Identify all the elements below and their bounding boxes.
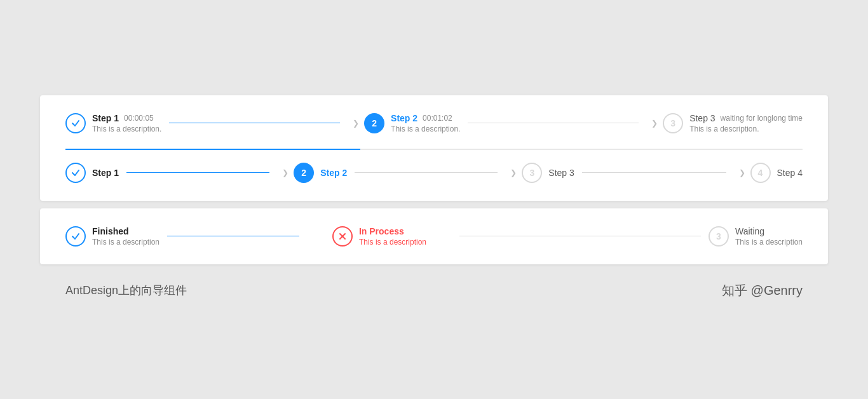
footer: AntDesign上的向导组件 知乎 @Genrry <box>40 277 828 304</box>
step-1-text: Step 1 00:00:05 This is a description. <box>92 113 161 133</box>
step-r2-2-item: 2 Step 2 <box>294 163 505 183</box>
progress-track <box>65 149 803 150</box>
step-1-time: 00:00:05 <box>124 114 154 123</box>
step-r2-2-icon: 2 <box>294 163 314 183</box>
step-2-title: Step 2 <box>391 113 417 123</box>
step-3-content: 3 Step 3 waiting for longlong time This … <box>663 113 803 133</box>
steps-row-3: Finished This is a description In Proces… <box>65 226 803 247</box>
card-2: Finished This is a description In Proces… <box>40 208 828 264</box>
step-2-item: 2 Step 2 00:01:02 This is a description. <box>364 113 646 133</box>
step-2-icon: 2 <box>364 113 384 133</box>
step-r2-2-content: 2 Step 2 <box>294 163 347 183</box>
step-3-title: Step 3 <box>689 113 715 123</box>
step-c2-1-content: Finished This is a description <box>65 226 159 247</box>
connector-r2-1-2 <box>126 172 269 173</box>
step-1-desc: This is a description. <box>92 125 161 133</box>
connector-1-2 <box>169 123 340 123</box>
step-2-content: 2 Step 2 00:01:02 This is a description. <box>364 113 460 133</box>
steps-row-1: Step 1 00:00:05 This is a description. ❯… <box>65 113 803 133</box>
step-3-text: Step 3 waiting for longlong time This is… <box>689 113 803 133</box>
step-2-time: 00:01:02 <box>423 114 452 123</box>
steps-row-2: Step 1 ❯ 2 Step 2 ❯ 3 Step 3 ❯ 4 <box>65 163 803 183</box>
arrow-r2-1: ❯ <box>282 168 288 177</box>
step-c2-3-desc: This is a description <box>735 238 803 247</box>
step-r2-3-content: 3 Step 3 <box>522 163 574 183</box>
step-2-desc: This is a description. <box>391 125 460 133</box>
step-2-title-line: Step 2 00:01:02 <box>391 113 460 123</box>
step-r2-3-item: 3 Step 3 <box>522 163 733 183</box>
step-r2-3-title: Step 3 <box>548 168 574 178</box>
step-r2-4-title: Step 4 <box>777 168 803 178</box>
step-3-icon: 3 <box>663 113 683 133</box>
step-3-time: waiting for longlong time <box>721 114 803 123</box>
step-c2-3-item: 3 Waiting This is a description <box>709 226 803 247</box>
step-c2-2-content: In Process This is a description <box>332 226 426 247</box>
step-r2-3-icon: 3 <box>522 163 542 183</box>
step-r2-1-item: Step 1 <box>65 163 277 183</box>
step-1-title-line: Step 1 00:00:05 <box>92 113 161 123</box>
step-c2-2-item: In Process This is a description <box>332 226 426 247</box>
arrow-r2-3: ❯ <box>739 168 745 177</box>
connector-r2-2-3 <box>355 172 498 173</box>
connector-r2-3-4 <box>582 172 726 173</box>
step-c2-2-title: In Process <box>359 226 426 236</box>
connector-2-3 <box>468 123 639 123</box>
step-r2-4-icon: 4 <box>750 163 771 183</box>
step-1-item: Step 1 00:00:05 This is a description. <box>65 113 348 133</box>
step-c2-2-text: In Process This is a description <box>359 226 426 247</box>
step-r2-4-content: 4 Step 4 <box>750 163 803 183</box>
footer-left-text: AntDesign上的向导组件 <box>65 283 187 298</box>
step-3-title-line: Step 3 waiting for longlong time <box>689 113 803 123</box>
step-c2-3-icon: 3 <box>709 226 729 247</box>
step-c2-2-desc: This is a description <box>359 238 426 247</box>
step-r2-1-icon <box>65 163 86 183</box>
arrow-1: ❯ <box>353 119 359 128</box>
card-1: Step 1 00:00:05 This is a description. ❯… <box>40 95 828 201</box>
footer-right-text: 知乎 @Genrry <box>722 282 803 299</box>
step-r2-1-content: Step 1 <box>65 163 119 183</box>
arrow-r2-2: ❯ <box>510 168 517 177</box>
step-r2-2-title: Step 2 <box>320 168 347 178</box>
step-1-content: Step 1 00:00:05 This is a description. <box>65 113 161 133</box>
step-c2-3-content: 3 Waiting This is a description <box>709 226 803 247</box>
step-c2-1-text: Finished This is a description <box>92 226 159 247</box>
step-r2-4-item: 4 Step 4 <box>750 163 803 183</box>
arrow-2: ❯ <box>651 119 658 128</box>
progress-fill <box>65 149 360 150</box>
step-c2-1-title: Finished <box>92 226 159 236</box>
step-c2-1-icon <box>65 226 86 247</box>
step-3-desc: This is a description. <box>689 125 803 133</box>
step-3-item: 3 Step 3 waiting for longlong time This … <box>663 113 803 133</box>
connector-c2-2-3 <box>459 236 701 236</box>
step-r2-1-title: Step 1 <box>92 168 119 178</box>
step-c2-2-icon <box>332 226 353 247</box>
step-2-text: Step 2 00:01:02 This is a description. <box>391 113 460 133</box>
step-1-icon <box>65 113 86 133</box>
step-c2-1-item: Finished This is a description <box>65 226 307 247</box>
step-c2-3-title: Waiting <box>735 226 803 236</box>
step-c2-3-text: Waiting This is a description <box>735 226 803 247</box>
step-c2-1-desc: This is a description <box>92 238 159 247</box>
step-1-title: Step 1 <box>92 113 119 123</box>
connector-c2-1-2 <box>167 236 299 236</box>
